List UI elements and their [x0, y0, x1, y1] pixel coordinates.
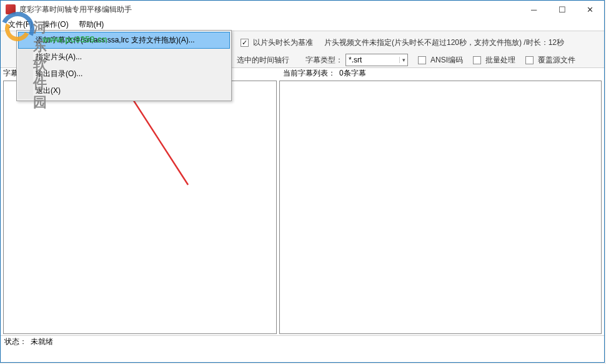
current-list-count: 0条字幕 — [339, 68, 366, 79]
status-value: 未就绪 — [31, 337, 53, 347]
maximize-button[interactable]: ☐ — [548, 1, 576, 18]
menu-exit[interactable]: 退出(X) — [18, 82, 230, 99]
current-list-label: 当前字幕列表： — [283, 68, 335, 79]
file-menu-dropdown: 添加字幕文件(srt,ass,ssa,lrc 支持文件拖放)(A)... 指定片… — [16, 30, 232, 101]
label-header-basis: 以片头时长为基准 — [253, 37, 313, 48]
checkbox-batch[interactable] — [473, 56, 481, 64]
label-ansi: ANSI编码 — [430, 55, 463, 66]
close-button[interactable]: ✕ — [576, 1, 604, 18]
window-controls: ─ ☐ ✕ — [520, 1, 604, 18]
menu-help[interactable]: 帮助(H) — [74, 18, 109, 31]
menu-set-header[interactable]: 指定片头(A)... — [18, 49, 230, 66]
file-list-panel[interactable] — [3, 81, 277, 334]
menu-output-dir[interactable]: 输出目录(O)... — [18, 66, 230, 82]
statusbar: 状态： 未就绪 — [1, 335, 604, 348]
label-selected-row: 选中的时间轴行 — [237, 55, 289, 66]
menu-operate[interactable]: 操作(O) — [37, 18, 73, 31]
label-overwrite: 覆盖源文件 — [538, 55, 575, 66]
subtitle-list-panel[interactable] — [279, 81, 602, 334]
menu-file[interactable]: 文件(F) — [3, 18, 37, 31]
checkbox-ansi[interactable] — [418, 56, 426, 64]
menubar: 文件(F) 操作(O) 帮助(H) — [1, 18, 604, 31]
content-area — [1, 79, 604, 335]
minimize-button[interactable]: ─ — [520, 1, 548, 18]
titlebar: 度彩字幕时间轴专用平移编辑助手 ─ ☐ ✕ — [1, 1, 604, 18]
label-subtitle-type: 字幕类型： — [305, 55, 343, 66]
status-label: 状态： — [4, 337, 27, 347]
select-subtitle-type-value: *.srt — [349, 56, 362, 64]
select-subtitle-type[interactable]: *.srt — [345, 54, 408, 66]
app-icon — [6, 4, 16, 14]
label-batch: 批量处理 — [485, 55, 515, 66]
window-title: 度彩字幕时间轴专用平移编辑助手 — [19, 4, 132, 15]
main-window: 度彩字幕时间轴专用平移编辑助手 ─ ☐ ✕ 文件(F) 操作(O) 帮助(H) … — [0, 0, 605, 363]
checkbox-header-basis[interactable] — [241, 39, 249, 47]
menu-add-subtitle[interactable]: 添加字幕文件(srt,ass,ssa,lrc 支持文件拖放)(A)... — [18, 32, 230, 49]
label-header-info: 片头视频文件未指定(片头时长不超过120秒，支持文件拖放) /时长：12秒 — [324, 37, 564, 48]
checkbox-overwrite[interactable] — [525, 56, 534, 64]
